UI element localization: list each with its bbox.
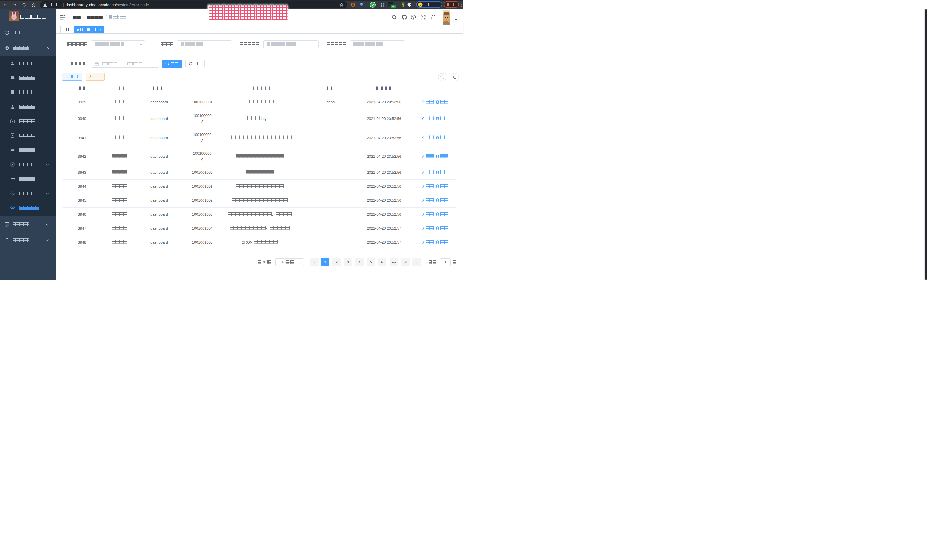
svg-text:on: on (392, 5, 395, 8)
